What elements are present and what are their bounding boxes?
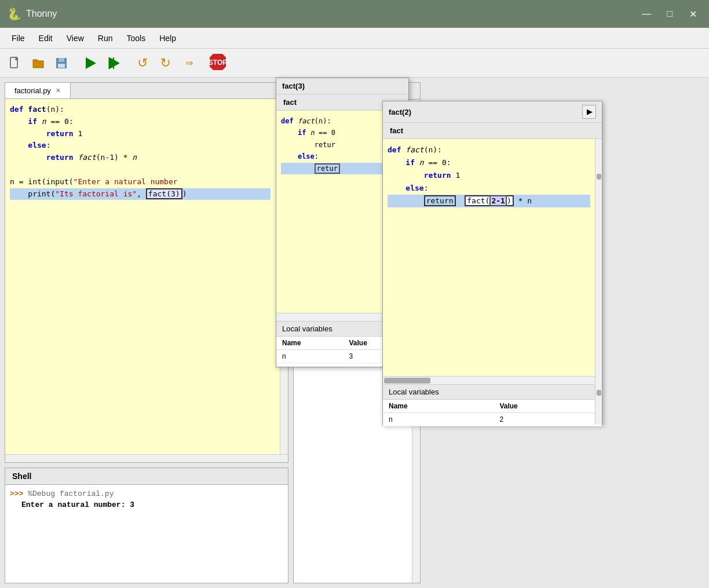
debug-button[interactable] [103,53,124,74]
svg-rect-2 [59,58,64,62]
svg-marker-4 [86,57,96,69]
popup-fact2-inner: fact def fact(n): if n == 0: return 1 el… [383,123,602,426]
main-area: factorial.py ✕ def fact(n): if n == 0: r… [0,78,709,588]
toolbar: ↺ ↺ ⇒ STOP [0,49,709,78]
popup-fact2-code-area: def fact(n): if n == 0: return 1 else: r… [383,139,602,376]
popup-fact2-locals-scrollbar[interactable] [595,355,602,425]
popup-fact2-code[interactable]: def fact(n): if n == 0: return 1 else: r… [383,139,595,376]
menu-view[interactable]: View [60,30,91,46]
popup-fact3-col-name: Name [276,337,343,350]
shell-content[interactable]: >>> %Debug factorial.py Enter a natural … [5,485,288,583]
menu-run[interactable]: Run [91,30,120,46]
close-button[interactable]: ✕ [684,5,702,23]
menu-help[interactable]: Help [152,30,183,46]
popup-fact3-titlebar: fact(3) [276,78,408,94]
run-button[interactable] [80,53,101,74]
popup-fact2-local-value-n: 2 [494,413,602,426]
shell-prompt: >>> [10,490,28,498]
shell-prompt-line: >>> %Debug factorial.py [10,490,283,498]
shell-output: Enter a natural number: 3 [10,501,283,509]
popup-fact2-title: fact(2) [389,108,411,116]
menu-file[interactable]: File [5,30,32,46]
popup-fact2-local-name-n: n [383,413,494,426]
redo-button[interactable]: ↺ [155,53,176,74]
popup-fact2-scrollbar[interactable] [595,139,602,376]
popup-fact2-local-n: n 2 [383,413,602,426]
popup-fact2-titlebar: fact(2) ▶ [383,101,602,123]
popup-fact2-locals-table: Name Value n 2 [383,400,602,426]
popup-fact2-code-display: def fact(n): if n == 0: return 1 else: r… [388,144,590,207]
window-controls: — □ ✕ [637,5,702,23]
svg-rect-3 [58,64,65,68]
save-file-button[interactable] [51,53,72,74]
shell-container: Shell >>> %Debug factorial.py Enter a na… [5,468,288,583]
undo-button[interactable]: ↺ [132,53,153,74]
code-display: def fact(n): if n == 0: return 1 else: r… [10,104,271,200]
popup-fact2-locals-header: Name Value [383,400,602,413]
popup-fact2-tab[interactable]: fact [383,123,602,139]
popup-fact2-hscrollbar[interactable] [383,376,602,384]
shell-title: Shell [5,468,288,485]
app-title: Thonny [26,9,637,19]
popup-fact2-locals: Local variables Name Value n 2 [383,384,602,426]
popup-fact2: fact(2) ▶ fact def fact(n): if n == 0: r… [382,101,602,425]
menu-bar: File Edit View Run Tools Help [0,28,709,49]
popup-fact2-hscrollbar-thumb[interactable] [384,378,430,384]
popup-fact2-arrow-button[interactable]: ▶ [582,105,596,119]
editor-tab-label: factorial.py [14,86,51,95]
popup-fact2-locals-title: Local variables [383,385,602,400]
left-panel: factorial.py ✕ def fact(n): if n == 0: r… [5,82,288,583]
tab-close-button[interactable]: ✕ [56,87,61,94]
app-icon: 🐍 [7,7,21,21]
maximize-button[interactable]: □ [660,5,679,23]
editor-tabs: factorial.py ✕ [5,83,288,99]
popup-fact3-title: fact(3) [282,82,305,90]
popup-fact3-local-name-n: n [276,350,343,363]
title-bar: 🐍 Thonny — □ ✕ [0,0,709,28]
new-file-button[interactable] [5,53,25,74]
popup-fact2-scrollbar-thumb[interactable] [597,174,601,180]
menu-tools[interactable]: Tools [119,30,152,46]
popup-fact2-col-name: Name [383,400,494,413]
editor-tab-factorial[interactable]: factorial.py ✕ [5,83,71,98]
popup-fact2-col-value: Value [494,400,602,413]
stop-button[interactable]: STOP [207,52,228,75]
menu-edit[interactable]: Edit [32,30,60,46]
shell-command: %Debug factorial.py [28,490,114,498]
minimize-button[interactable]: — [637,5,656,23]
editor-content[interactable]: def fact(n): if n == 0: return 1 else: r… [5,99,280,454]
step-button[interactable]: ⇒ [178,53,199,74]
open-file-button[interactable] [28,53,49,74]
popup-fact3-code-display: def fact(n): if n == 0 retur else: retur [281,115,397,174]
editor-hscrollbar[interactable] [5,454,288,462]
editor-container: factorial.py ✕ def fact(n): if n == 0: r… [5,82,288,463]
editor-code-area[interactable]: def fact(n): if n == 0: return 1 else: r… [5,99,288,454]
svg-text:STOP: STOP [209,59,227,67]
